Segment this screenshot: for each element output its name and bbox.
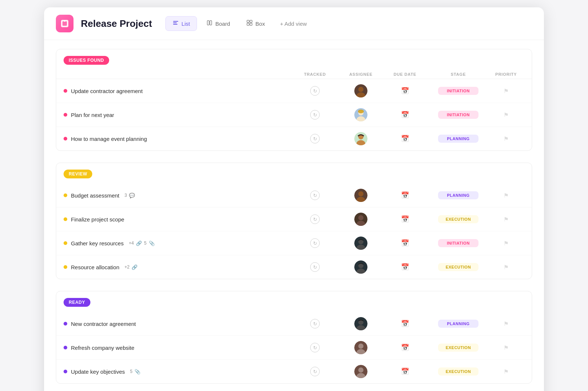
track-icon: ↻: [310, 134, 320, 143]
task-name-cell: Finalize project scope: [64, 216, 289, 223]
task-name: Gather key resources: [71, 240, 123, 246]
due-date-cell: 📅: [381, 87, 429, 95]
svg-rect-6: [247, 20, 249, 22]
task-name: Update contractor agreement: [71, 88, 143, 94]
due-date-cell: 📅: [381, 191, 429, 199]
stage-badge: EXECUTION: [438, 263, 478, 271]
tab-board-label: Board: [215, 21, 230, 27]
due-date-cell: 📅: [381, 367, 429, 376]
table-row[interactable]: How to manage event planning ↻: [56, 127, 532, 150]
due-date-cell: 📅: [381, 239, 429, 247]
flag-icon: ⚑: [503, 344, 509, 351]
task-meta: +4 🔗 5 📎: [129, 241, 154, 246]
tab-list[interactable]: List: [165, 16, 197, 31]
stage-badge: PLANNING: [438, 320, 478, 328]
assignee-cell: [341, 317, 381, 330]
flag-icon: ⚑: [503, 88, 509, 95]
add-view-button[interactable]: + Add view: [274, 18, 313, 30]
col-header-stage: STAGE: [429, 72, 488, 77]
header: Release Project List Boar: [44, 7, 544, 40]
table-row[interactable]: New contractor agreement ↻: [56, 312, 532, 336]
track-icon: ↻: [310, 319, 320, 328]
assignee-cell: [341, 260, 381, 274]
task-dot: [64, 89, 67, 93]
calendar-icon: 📅: [401, 87, 409, 95]
tracked-cell: ↻: [289, 367, 341, 376]
table-row[interactable]: Refresh company website ↻ 📅: [56, 336, 532, 360]
nav-tabs: List Board: [165, 16, 313, 31]
section-ready: READY New contractor agreement ↻: [56, 291, 532, 384]
avatar: [354, 108, 368, 121]
assignee-cell: [341, 132, 381, 145]
attachment-icon: 📎: [149, 241, 155, 246]
stage-cell: EXECUTION: [429, 367, 488, 376]
flag-icon: ⚑: [503, 192, 509, 199]
meta-count: +4: [129, 241, 134, 246]
table-row[interactable]: Finalize project scope ↻ 📅: [56, 207, 532, 231]
meta-count: 3: [125, 193, 127, 198]
svg-rect-9: [250, 23, 252, 25]
task-dot: [64, 322, 67, 326]
stage-cell: INITIATION: [429, 111, 488, 119]
assignee-cell: [341, 365, 381, 378]
col-header-assignee: ASSIGNEE: [341, 72, 381, 77]
task-name-cell: Refresh company website: [64, 345, 289, 351]
svg-rect-2: [64, 20, 65, 22]
tracked-cell: ↻: [289, 262, 341, 272]
track-icon: ↻: [310, 262, 320, 272]
assignee-cell: [341, 213, 381, 226]
track-icon: ↻: [310, 367, 320, 376]
avatar: [354, 317, 368, 330]
assignee-cell: [341, 189, 381, 202]
calendar-icon: 📅: [401, 135, 409, 143]
priority-cell: ⚑: [488, 216, 524, 223]
task-name: Plan for next year: [71, 112, 114, 118]
task-name-cell: Budget assessment 3 💬: [64, 192, 289, 199]
calendar-icon: 📅: [401, 215, 409, 223]
table-row[interactable]: Budget assessment 3 💬 ↻: [56, 184, 532, 207]
avatar: [354, 213, 368, 226]
table-row[interactable]: Update key objectives 5 📎 ↻: [56, 360, 532, 383]
stage-cell: PLANNING: [429, 135, 488, 143]
stage-cell: PLANNING: [429, 320, 488, 328]
flag-icon: ⚑: [503, 320, 509, 327]
calendar-icon: 📅: [401, 263, 409, 271]
svg-point-3: [174, 21, 175, 22]
task-meta: +2 🔗: [125, 264, 138, 270]
avatar: [354, 189, 368, 202]
calendar-icon: 📅: [401, 344, 409, 352]
column-headers: TRACKED ASSIGNEE DUE DATE STAGE PRIORITY: [56, 70, 532, 79]
col-header-tracked: TRACKED: [289, 72, 341, 77]
track-icon: ↻: [310, 191, 320, 200]
col-header-priority: PRIORITY: [488, 72, 524, 77]
task-dot: [64, 241, 67, 245]
flag-icon: ⚑: [503, 368, 509, 375]
due-date-cell: 📅: [381, 135, 429, 143]
tracked-cell: ↻: [289, 134, 341, 143]
section-header-review: REVIEW: [56, 163, 532, 184]
priority-cell: ⚑: [488, 88, 524, 95]
table-row[interactable]: Plan for next year ↻: [56, 103, 532, 127]
task-name-cell: Update contractor agreement: [64, 88, 289, 94]
tab-box[interactable]: Box: [239, 16, 272, 31]
priority-cell: ⚑: [488, 368, 524, 375]
calendar-icon: 📅: [401, 239, 409, 247]
task-name-cell: Gather key resources +4 🔗 5 📎: [64, 240, 289, 246]
flag-icon: ⚑: [503, 240, 509, 247]
table-row[interactable]: Update contractor agreement ↻ 📅: [56, 79, 532, 103]
flag-icon: ⚑: [503, 264, 509, 271]
tracked-cell: ↻: [289, 319, 341, 328]
stage-cell: INITIATION: [429, 87, 488, 95]
task-dot: [64, 346, 67, 349]
task-dot: [64, 113, 67, 117]
table-row[interactable]: Gather key resources +4 🔗 5 📎 ↻: [56, 231, 532, 255]
tab-box-label: Box: [255, 21, 265, 27]
stage-badge: EXECUTION: [438, 367, 478, 376]
due-date-cell: 📅: [381, 215, 429, 223]
tab-board[interactable]: Board: [199, 16, 237, 31]
stage-badge: PLANNING: [438, 135, 478, 143]
tab-list-label: List: [182, 21, 190, 27]
assignee-cell: [341, 84, 381, 97]
table-row[interactable]: Resource allocation +2 🔗 ↻: [56, 255, 532, 279]
calendar-icon: 📅: [401, 191, 409, 199]
